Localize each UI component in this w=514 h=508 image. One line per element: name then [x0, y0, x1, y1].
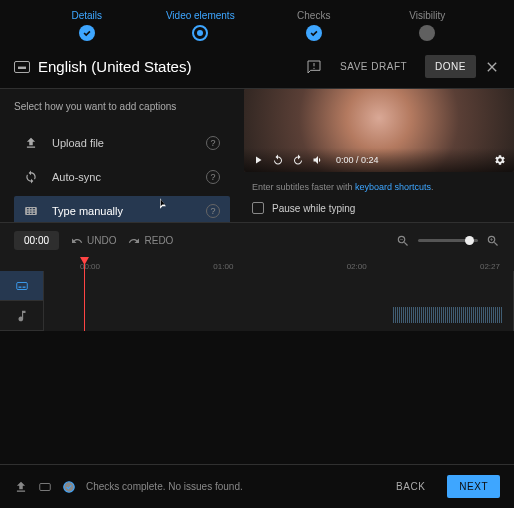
- video-preview[interactable]: 0:00 / 0:24: [244, 89, 514, 172]
- waveform: [393, 307, 503, 323]
- help-icon[interactable]: ?: [206, 136, 220, 150]
- upload-icon: [24, 136, 38, 150]
- page-title: English (United States): [38, 58, 298, 75]
- upload-icon: [14, 480, 28, 494]
- done-button[interactable]: DONE: [425, 55, 476, 78]
- caption-track-button[interactable]: [0, 271, 43, 301]
- option-upload-file[interactable]: Upload file ?: [14, 128, 230, 158]
- zoom-slider[interactable]: [418, 239, 478, 242]
- preview-panel: 0:00 / 0:24 Enter subtitles faster with …: [244, 89, 514, 222]
- check-circle-icon: [62, 480, 76, 494]
- step-label: Checks: [297, 10, 330, 21]
- audio-track-button[interactable]: [0, 301, 43, 331]
- undo-button[interactable]: UNDO: [71, 235, 116, 247]
- timecode-input[interactable]: 00:00: [14, 231, 59, 250]
- timeline-ruler: 00:0001:0002:0002:27: [0, 262, 514, 271]
- gear-icon[interactable]: [494, 154, 506, 166]
- check-icon: [306, 25, 322, 41]
- pause-label: Pause while typing: [272, 203, 355, 214]
- zoom-in-icon[interactable]: [486, 234, 500, 248]
- feedback-icon[interactable]: [306, 59, 322, 75]
- pause-while-typing-row[interactable]: Pause while typing: [244, 194, 514, 222]
- zoom-out-icon[interactable]: [396, 234, 410, 248]
- svg-rect-2: [16, 282, 27, 289]
- help-icon[interactable]: ?: [206, 170, 220, 184]
- keyboard-hint: Enter subtitles faster with keyboard sho…: [244, 172, 514, 194]
- step-label: Details: [71, 10, 102, 21]
- checks-status: Checks complete. No issues found.: [86, 481, 243, 492]
- options-prompt: Select how you want to add captions: [14, 101, 230, 112]
- titlebar: ▬ English (United States) SAVE DRAFT DON…: [0, 45, 514, 89]
- timeline[interactable]: 00:0001:0002:0002:27: [0, 258, 514, 331]
- step-visibility[interactable]: Visibility: [371, 10, 485, 41]
- save-draft-button[interactable]: SAVE DRAFT: [330, 55, 417, 78]
- forward-icon[interactable]: [292, 154, 304, 166]
- svg-rect-5: [40, 483, 51, 490]
- playhead[interactable]: [84, 259, 85, 331]
- sync-icon: [24, 170, 38, 184]
- step-details[interactable]: Details: [30, 10, 144, 41]
- track-area[interactable]: [44, 271, 514, 331]
- step-video-elements[interactable]: Video elements: [144, 10, 258, 41]
- rewind-icon[interactable]: [272, 154, 284, 166]
- video-time: 0:00 / 0:24: [336, 155, 379, 165]
- svg-rect-3: [18, 286, 21, 287]
- hd-icon: [38, 480, 52, 494]
- check-icon: [79, 25, 95, 41]
- play-icon[interactable]: [252, 154, 264, 166]
- current-step-icon: [192, 25, 208, 41]
- step-label: Visibility: [409, 10, 445, 21]
- keyboard-shortcuts-link[interactable]: keyboard shortcuts: [355, 182, 431, 192]
- option-label: Upload file: [52, 137, 192, 149]
- volume-icon[interactable]: [312, 154, 324, 166]
- help-icon[interactable]: ?: [206, 204, 220, 218]
- svg-point-1: [313, 67, 314, 68]
- svg-rect-4: [22, 286, 25, 287]
- option-auto-sync[interactable]: Auto-sync ?: [14, 162, 230, 192]
- keyboard-icon: [24, 204, 38, 218]
- subtitle-icon: ▬: [14, 61, 30, 73]
- video-controls: 0:00 / 0:24: [244, 148, 514, 172]
- step-label: Video elements: [166, 10, 235, 21]
- pending-step-icon: [419, 25, 435, 41]
- stepper: Details Video elements Checks Visibility: [0, 0, 514, 45]
- step-checks[interactable]: Checks: [257, 10, 371, 41]
- pause-checkbox[interactable]: [252, 202, 264, 214]
- timeline-toolbar: 00:00 UNDO REDO: [0, 222, 514, 258]
- option-label: Type manually: [52, 205, 192, 217]
- next-button[interactable]: NEXT: [447, 475, 500, 498]
- option-label: Auto-sync: [52, 171, 192, 183]
- back-button[interactable]: BACK: [384, 475, 437, 498]
- footer: Checks complete. No issues found. BACK N…: [0, 464, 514, 508]
- option-type-manually[interactable]: Type manually ?: [14, 196, 230, 222]
- redo-button[interactable]: REDO: [128, 235, 173, 247]
- cursor-icon: [156, 195, 170, 213]
- options-panel: Select how you want to add captions Uplo…: [0, 89, 244, 222]
- close-icon[interactable]: [484, 59, 500, 75]
